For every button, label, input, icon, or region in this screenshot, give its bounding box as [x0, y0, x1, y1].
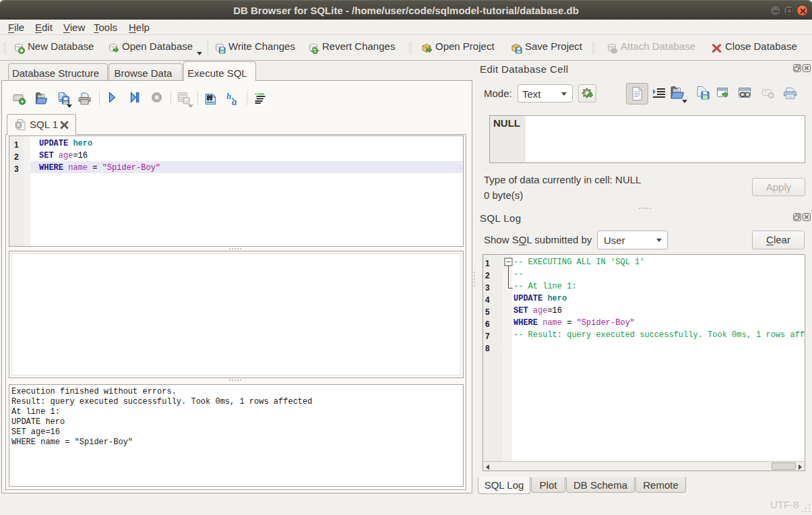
svg-text:h: h: [226, 92, 231, 101]
svg-text:a: a: [232, 96, 237, 106]
